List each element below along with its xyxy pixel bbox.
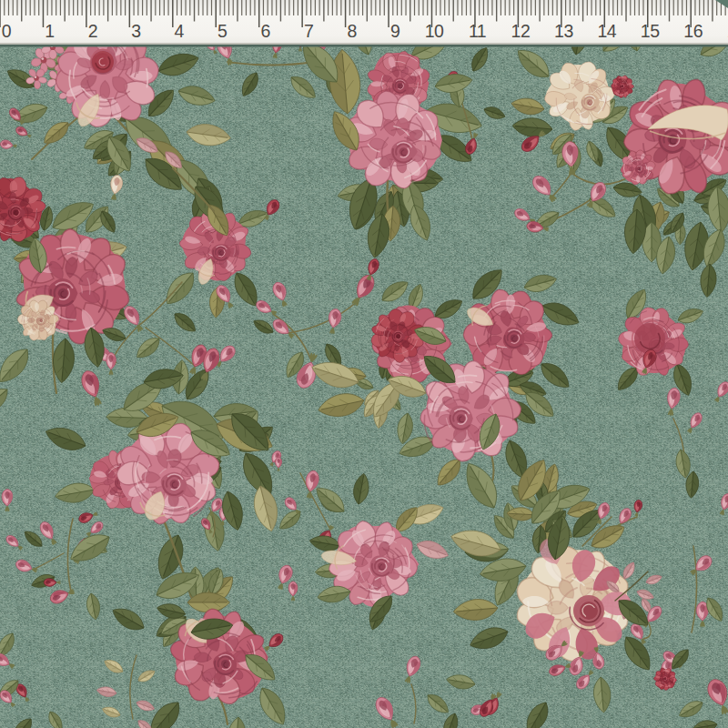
- svg-text:10: 10: [425, 21, 444, 41]
- svg-text:5: 5: [217, 21, 228, 41]
- svg-text:4: 4: [175, 21, 185, 41]
- svg-text:6: 6: [261, 21, 270, 41]
- svg-text:12: 12: [511, 21, 531, 41]
- svg-text:7: 7: [304, 21, 313, 41]
- svg-text:11: 11: [469, 21, 486, 41]
- svg-text:0: 0: [2, 21, 12, 41]
- svg-text:13: 13: [554, 21, 573, 41]
- svg-text:8: 8: [347, 21, 356, 41]
- svg-text:14: 14: [597, 21, 616, 41]
- svg-text:15: 15: [641, 21, 660, 41]
- svg-text:16: 16: [683, 21, 703, 41]
- svg-text:1: 1: [45, 21, 54, 41]
- svg-text:2: 2: [88, 21, 97, 41]
- svg-text:3: 3: [131, 21, 140, 41]
- svg-text:9: 9: [390, 21, 399, 41]
